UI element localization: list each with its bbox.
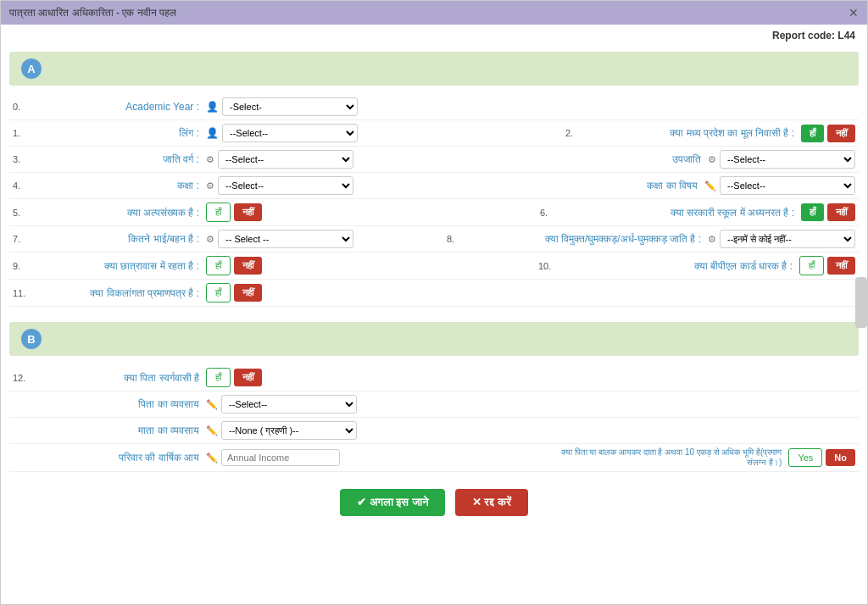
circle-icon-4 — [206, 180, 214, 191]
father-deceased-yes-btn[interactable]: हाँ — [206, 368, 231, 387]
row-5-6: 5. क्या अल्पसंख्यक है : हाँ नहीं 6. क्या… — [9, 199, 859, 226]
disability-input-cell: हाँ नहीं — [206, 283, 262, 302]
row-family-income: परिवार की वार्षिक आय क्या पिता या बालक आ… — [9, 444, 859, 472]
circle-icon-3r — [708, 153, 716, 165]
row-3: 3. जाति वर्ग : --Select-- उपजाति --Selec… — [9, 147, 859, 173]
nomadic-label: क्या विमुक्त/घुमक्कड़/अर्ध-घुमक्कड़ जाति… — [470, 233, 708, 245]
gender-select[interactable]: --Select-- — [222, 124, 358, 142]
scrollbar[interactable] — [855, 277, 867, 328]
bpl-label: क्या बीपीएल कार्ड धारक है : — [562, 260, 799, 272]
close-icon[interactable]: ✕ — [849, 6, 859, 19]
govt-school-yes-btn[interactable]: हाँ — [801, 203, 824, 221]
minority-no-btn[interactable]: नहीं — [234, 203, 262, 221]
disability-yes-btn[interactable]: हाँ — [206, 283, 231, 302]
footer-buttons: ✔ अगला इस जाने ✕ रद्द करें — [1, 475, 867, 530]
siblings-input-cell: -- Select -- — [206, 230, 447, 248]
edit-icon-income — [206, 452, 218, 463]
save-button[interactable]: ✔ अगला इस जाने — [340, 489, 445, 516]
user-icon-0 — [206, 101, 219, 113]
row0-num: 0. — [13, 102, 36, 112]
row-7-8: 7. कितने भाई/बहन है : -- Select -- 8. क्… — [9, 226, 859, 253]
academic-year-label: Academic Year : — [36, 101, 206, 113]
class-input-cell: --Select-- — [206, 176, 569, 195]
nomadic-input-cell: --इनमें से कोई नहीं-- — [708, 230, 855, 248]
edit-icon-father — [206, 398, 218, 410]
edit-icon-mother — [206, 425, 218, 436]
family-income-field[interactable] — [221, 449, 340, 466]
mother-occupation-label: माता का व्यवसाय — [36, 425, 206, 436]
father-occupation-select[interactable]: --Select-- — [221, 395, 357, 414]
bpl-no-btn[interactable]: नहीं — [827, 257, 855, 275]
mother-occupation-select[interactable]: --None ( ग्रहणी )-- — [221, 421, 357, 440]
gender-label: लिंग : — [36, 127, 206, 139]
window-title: पात्रता आधारित अधिकारिता - एक नवीन पहल — [9, 7, 176, 19]
circle-icon-3 — [206, 153, 214, 165]
tax-payer-label: क्या पिता या बालक आयकर दाता है अथवा 10 ए… — [551, 447, 788, 468]
user-icon-1 — [206, 127, 219, 139]
hostel-no-btn[interactable]: नहीं — [234, 257, 262, 275]
row12-num: 12. — [13, 373, 36, 383]
class-select[interactable]: --Select-- — [218, 176, 353, 195]
mp-native-yes-btn[interactable]: हाँ — [801, 125, 824, 142]
row-9-10: 9. क्या छात्रावास में रहता है : हाँ नहीं… — [9, 253, 859, 280]
academic-year-select[interactable]: -Select- — [222, 97, 358, 116]
section-a-header: A — [9, 52, 859, 86]
class-subject-select[interactable]: --Select-- — [720, 176, 855, 195]
cancel-button[interactable]: ✕ रद्द करें — [455, 489, 528, 516]
row10-num: 10. — [538, 261, 562, 271]
minority-yes-btn[interactable]: हाँ — [206, 203, 231, 222]
hostel-input-cell: हाँ नहीं — [206, 256, 538, 275]
siblings-label: कितने भाई/बहन है : — [36, 233, 206, 245]
subcaste-select[interactable]: --Select-- — [720, 150, 855, 169]
father-deceased-label: क्या पिता स्वर्गवासी है — [36, 372, 206, 384]
govt-school-input-cell: हाँ नहीं — [801, 203, 855, 221]
class-subject-label: कक्षा का विषय — [569, 180, 704, 191]
row-4: 4. कक्षा : --Select-- कक्षा का विषय --Se… — [9, 173, 859, 199]
father-deceased-input-cell: हाँ नहीं — [206, 368, 855, 387]
title-bar: पात्रता आधारित अधिकारिता - एक नवीन पहल ✕ — [1, 1, 867, 25]
row1-num: 1. — [13, 128, 36, 138]
minority-label: क्या अल्पसंख्यक है : — [36, 207, 206, 219]
caste-label: जाति वर्ग : — [36, 153, 206, 165]
row5-num: 5. — [13, 208, 36, 218]
hostel-label: क्या छात्रावास में रहता है : — [36, 260, 206, 272]
row11-num: 11. — [13, 288, 36, 298]
bpl-yes-btn[interactable]: हाँ — [799, 256, 824, 275]
disability-label: क्या विकलांगता प्रमाणपत्र है : — [36, 287, 206, 299]
tax-payer-input-cell: Yes No — [788, 448, 855, 467]
govt-school-no-btn[interactable]: नहीं — [827, 203, 855, 221]
class-label: कक्षा : — [36, 180, 206, 191]
row2-num: 2. — [565, 128, 589, 138]
row4-num: 4. — [13, 180, 36, 191]
minority-input-cell: हाँ नहीं — [206, 203, 540, 222]
father-occupation-input-cell: --Select-- — [206, 395, 357, 414]
class-subject-input-cell: --Select-- — [704, 176, 855, 195]
row-1-2: 1. लिंग : --Select-- 2. क्या मध्य प्रदेश… — [9, 120, 859, 147]
caste-select[interactable]: --Select-- — [218, 150, 353, 169]
caste-input-cell: --Select-- — [206, 150, 572, 169]
tax-payer-yes-btn[interactable]: Yes — [788, 448, 822, 467]
father-deceased-no-btn[interactable]: नहीं — [234, 369, 262, 386]
govt-school-label: क्या सरकारी स्कूल में अध्यनरत है : — [564, 207, 801, 219]
row-12: 12. क्या पिता स्वर्गवासी है हाँ नहीं — [9, 364, 859, 391]
subcaste-input-cell: --Select-- — [708, 150, 855, 169]
row-academic-year: 0. Academic Year : -Select- — [9, 94, 859, 120]
family-income-label: परिवार की वार्षिक आय — [36, 452, 206, 463]
section-b-badge: B — [21, 329, 42, 349]
bpl-input-cell: हाँ नहीं — [799, 256, 855, 275]
nomadic-select[interactable]: --इनमें से कोई नहीं-- — [720, 230, 855, 248]
hostel-yes-btn[interactable]: हाँ — [206, 256, 231, 275]
mp-native-no-btn[interactable]: नहीं — [827, 125, 855, 142]
tax-payer-no-btn[interactable]: No — [826, 449, 855, 466]
report-code: Report code: L44 — [1, 25, 867, 47]
mp-native-label: क्या मध्य प्रदेश का मूल निवासी है : — [589, 127, 801, 139]
circle-icon-8 — [708, 233, 716, 245]
circle-icon-7 — [206, 233, 214, 245]
siblings-select[interactable]: -- Select -- — [218, 230, 353, 248]
row-11: 11. क्या विकलांगता प्रमाणपत्र है : हाँ न… — [9, 280, 859, 307]
academic-year-input-cell: -Select- — [206, 97, 358, 116]
disability-no-btn[interactable]: नहीं — [234, 284, 262, 302]
row8-num: 8. — [447, 234, 470, 244]
gender-input-cell: --Select-- — [206, 124, 565, 142]
mp-native-input-cell: हाँ नहीं — [801, 125, 855, 142]
